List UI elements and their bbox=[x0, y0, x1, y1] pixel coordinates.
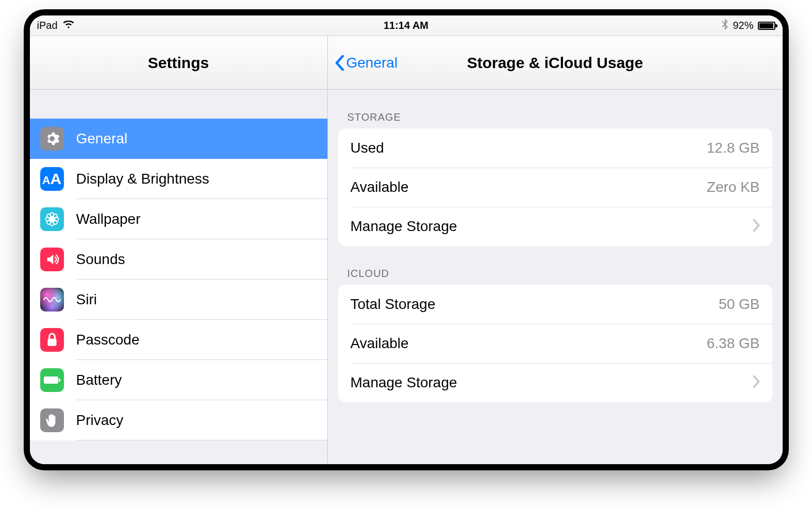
sidebar-item-label: Battery bbox=[76, 372, 122, 388]
sidebar-item-label: Wallpaper bbox=[76, 211, 141, 227]
siri-icon bbox=[40, 288, 64, 312]
sidebar-item-display[interactable]: AA Display & Brightness bbox=[30, 159, 327, 199]
chevron-right-icon bbox=[753, 219, 760, 234]
svg-rect-10 bbox=[44, 376, 58, 384]
row-value: Zero KB bbox=[707, 179, 760, 195]
icloud-group: Total Storage 50 GB Available 6.38 GB Ma… bbox=[338, 285, 772, 402]
row-label: Total Storage bbox=[351, 296, 436, 313]
speaker-icon bbox=[40, 248, 64, 271]
text-size-icon: AA bbox=[40, 167, 64, 191]
storage-available-row: Available Zero KB bbox=[338, 168, 772, 207]
row-value: 12.8 GB bbox=[707, 140, 760, 156]
status-left: iPad bbox=[37, 20, 74, 31]
battery-percent: 92% bbox=[733, 20, 753, 31]
storage-group: Used 12.8 GB Available Zero KB Manage St… bbox=[338, 128, 772, 246]
svg-point-0 bbox=[50, 217, 54, 221]
sidebar-item-wallpaper[interactable]: Wallpaper bbox=[30, 199, 327, 239]
sidebar-item-general[interactable]: General bbox=[30, 119, 327, 159]
row-value: 50 GB bbox=[719, 296, 759, 313]
sidebar-item-siri[interactable]: Siri bbox=[30, 280, 327, 320]
sidebar-item-label: Display & Brightness bbox=[76, 171, 209, 187]
detail-pane: General Storage & iCloud Usage STORAGE U… bbox=[328, 36, 783, 464]
detail-header: General Storage & iCloud Usage bbox=[328, 36, 783, 90]
row-label: Used bbox=[351, 140, 384, 156]
battery-glyph-icon bbox=[758, 22, 775, 30]
back-label: General bbox=[346, 55, 398, 71]
device-label: iPad bbox=[37, 20, 58, 31]
wifi-icon bbox=[63, 20, 74, 31]
icloud-available-row: Available 6.38 GB bbox=[338, 324, 772, 363]
settings-sidebar: Settings General AA Display & Brightness bbox=[30, 36, 328, 464]
sidebar-item-label: Privacy bbox=[76, 412, 124, 429]
sidebar-item-battery[interactable]: Battery bbox=[30, 360, 327, 400]
sidebar-title: Settings bbox=[148, 54, 209, 72]
status-right: 92% bbox=[721, 19, 775, 32]
sidebar-list: General AA Display & Brightness Wallpape… bbox=[30, 119, 327, 440]
gear-icon bbox=[40, 127, 64, 151]
row-label: Manage Storage bbox=[351, 218, 457, 235]
section-header-icloud: ICLOUD bbox=[338, 246, 772, 285]
row-value: 6.38 GB bbox=[707, 335, 760, 352]
bluetooth-icon bbox=[721, 19, 728, 32]
sidebar-item-label: Siri bbox=[76, 291, 97, 308]
lock-icon bbox=[40, 328, 64, 352]
detail-title: Storage & iCloud Usage bbox=[467, 54, 643, 72]
sidebar-item-passcode[interactable]: Passcode bbox=[30, 320, 327, 360]
sidebar-header: Settings bbox=[30, 36, 327, 90]
status-time: 11:14 AM bbox=[384, 20, 428, 31]
device-frame: iPad 11:14 AM 92% Settings bbox=[30, 15, 783, 464]
sidebar-item-sounds[interactable]: Sounds bbox=[30, 239, 327, 280]
svg-rect-9 bbox=[47, 339, 56, 346]
sidebar-item-label: General bbox=[76, 130, 128, 147]
battery-icon bbox=[40, 368, 64, 392]
status-bar: iPad 11:14 AM 92% bbox=[30, 15, 783, 36]
back-button[interactable]: General bbox=[335, 55, 398, 71]
row-label: Available bbox=[351, 179, 409, 195]
manage-storage-row[interactable]: Manage Storage bbox=[338, 207, 772, 246]
sidebar-spacer bbox=[30, 90, 327, 119]
hand-icon bbox=[40, 408, 64, 432]
manage-icloud-storage-row[interactable]: Manage Storage bbox=[338, 363, 772, 402]
sidebar-item-label: Sounds bbox=[76, 251, 125, 268]
chevron-right-icon bbox=[753, 375, 760, 390]
detail-body: STORAGE Used 12.8 GB Available Zero KB M… bbox=[328, 90, 783, 402]
icloud-total-row: Total Storage 50 GB bbox=[338, 285, 772, 324]
chevron-left-icon bbox=[335, 55, 344, 71]
svg-rect-11 bbox=[59, 379, 60, 382]
storage-used-row: Used 12.8 GB bbox=[338, 128, 772, 168]
flower-icon bbox=[40, 207, 64, 231]
row-label: Manage Storage bbox=[351, 374, 457, 391]
section-header-storage: STORAGE bbox=[338, 90, 772, 128]
row-label: Available bbox=[351, 335, 409, 352]
sidebar-item-label: Passcode bbox=[76, 332, 140, 348]
battery-fill bbox=[759, 23, 774, 28]
sidebar-item-privacy[interactable]: Privacy bbox=[30, 400, 327, 440]
